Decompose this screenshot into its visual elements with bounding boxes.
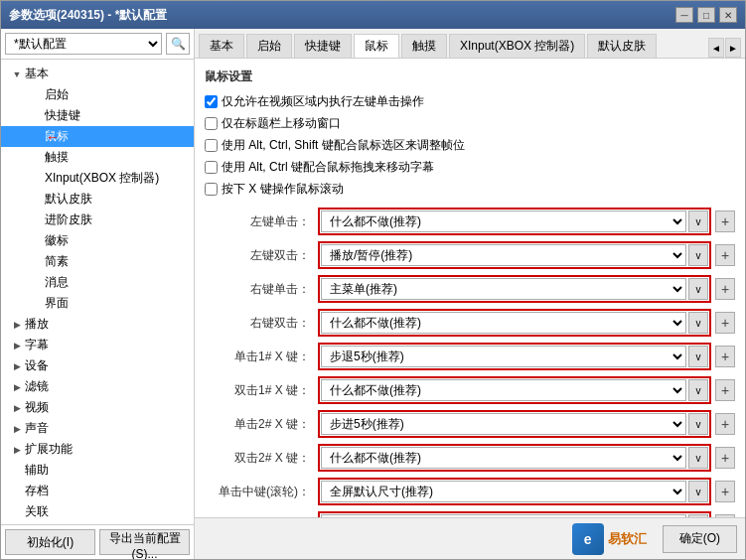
setting-v-btn-single-2x[interactable]: v (688, 413, 708, 435)
sidebar-item-link[interactable]: 关联 (1, 501, 194, 522)
checkbox-row-5: 按下 X 键操作鼠标滚动 (205, 181, 735, 198)
setting-select-wrap-dbl-not-x: 什么都不做(推荐) v (318, 376, 711, 404)
setting-v-btn-left-click[interactable]: v (688, 210, 708, 232)
sidebar-item-assist[interactable]: 辅助 (1, 460, 194, 481)
setting-select-dbl-2x[interactable]: 什么都不做(推荐) (321, 447, 686, 469)
checkbox-move-subtitle[interactable] (205, 161, 218, 174)
settings-table: 左键单击： 什么都不做(推荐) v + 左键双击： (205, 208, 735, 517)
sidebar-item-label: 设备 (25, 357, 49, 374)
sidebar-item-filter[interactable]: ▶ 滤镜 (1, 376, 194, 397)
sidebar-item-mouse[interactable]: 鼠标 ← (1, 126, 194, 147)
sidebar-item-label: 界面 (45, 295, 69, 312)
tab-next-button[interactable]: ► (725, 38, 741, 58)
sidebar-item-doc[interactable]: 存档 (1, 481, 194, 501)
checkbox-row-2: 仅在标题栏上移动窗口 (205, 115, 735, 132)
setting-v-btn-dbl-2x[interactable]: v (688, 447, 708, 469)
checkbox-x-scroll[interactable] (205, 183, 218, 196)
setting-row-single-not-x: 单击1# X 键： 步退5秒(推荐) v + (205, 343, 735, 370)
sidebar-item-label: 滤镜 (25, 378, 49, 395)
setting-select-dbl-not-x[interactable]: 什么都不做(推荐) (321, 379, 686, 401)
setting-v-btn-right-click[interactable]: v (688, 278, 708, 300)
section-title: 鼠标设置 (205, 69, 735, 85)
tab-shortcut[interactable]: 快捷键 (294, 34, 352, 58)
sidebar-item-simple[interactable]: 简素 (1, 251, 194, 272)
setting-row-single-wheel: 单击中键(滚轮)： 全屏默认尺寸(推荐) v + (205, 478, 735, 505)
checkbox-adjust-frame[interactable] (205, 139, 218, 152)
setting-select-right-click[interactable]: 主菜单(推荐) (321, 278, 686, 300)
setting-plus-btn-left-dbl[interactable]: + (715, 244, 735, 266)
setting-row-left-click: 左键单击： 什么都不做(推荐) v + (205, 208, 735, 235)
setting-plus-btn-dbl-2x[interactable]: + (715, 447, 735, 469)
checkbox-row-4: 使用 Alt, Ctrl 键配合鼠标拖拽来移动字幕 (205, 159, 735, 176)
maximize-button[interactable]: □ (697, 7, 715, 23)
setting-plus-btn-single-wheel[interactable]: + (715, 481, 735, 502)
sidebar-item-label: 徽标 (45, 232, 69, 249)
expand-icon: ▶ (9, 400, 25, 416)
setting-select-wrap-left-dbl: 播放/暂停(推荐) v (318, 241, 711, 269)
sidebar-item-audio[interactable]: ▶ 声音 (1, 418, 194, 439)
tab-basic[interactable]: 基本 (199, 34, 244, 58)
setting-plus-btn-single-2x[interactable]: + (715, 413, 735, 435)
setting-v-btn-single-not-x[interactable]: v (688, 346, 708, 367)
sidebar-item-device[interactable]: ▶ 设备 (1, 355, 194, 376)
sidebar-item-shortcut[interactable]: 快捷键 (1, 105, 194, 126)
expand-icon: ▶ (9, 379, 25, 395)
confirm-button[interactable]: 确定(O) (663, 525, 737, 553)
init-button[interactable]: 初始化(I) (5, 529, 95, 555)
setting-v-btn-left-dbl[interactable]: v (688, 244, 708, 266)
setting-label-right-click: 右键单击： (205, 281, 314, 298)
setting-label-single-not-x: 单击1# X 键： (205, 349, 314, 365)
setting-plus-btn-single-not-x[interactable]: + (715, 346, 735, 367)
tab-start[interactable]: 启始 (246, 34, 292, 58)
setting-label-dbl-not-x: 双击1# X 键： (205, 382, 314, 399)
setting-select-wrap-single-2x: 步进5秒(推荐) v (318, 410, 711, 438)
setting-select-left-click[interactable]: 什么都不做(推荐) (321, 210, 686, 232)
setting-select-left-dbl[interactable]: 播放/暂停(推荐) (321, 244, 686, 266)
tab-bar: 基本 启始 快捷键 鼠标 触摸 XInput(XBOX 控制器) 默认皮肤 ◄ … (195, 29, 745, 59)
setting-plus-btn-dbl-not-x[interactable]: + (715, 379, 735, 401)
sidebar-item-label: 扩展功能 (25, 441, 73, 458)
tab-skin[interactable]: 默认皮肤 (587, 34, 657, 58)
sidebar-item-video[interactable]: ▶ 视频 (1, 397, 194, 418)
sidebar-item-message[interactable]: 消息 (1, 272, 194, 293)
sidebar-item-xinput[interactable]: XInput(XBOX 控制器) (1, 168, 194, 189)
setting-select-single-not-x[interactable]: 步退5秒(推荐) (321, 346, 686, 367)
setting-plus-btn-right-click[interactable]: + (715, 278, 735, 300)
setting-v-btn-dbl-not-x[interactable]: v (688, 379, 708, 401)
checkbox-video-area[interactable] (205, 95, 218, 108)
minimize-button[interactable]: ─ (675, 7, 693, 23)
tab-mouse[interactable]: 鼠标 (354, 34, 399, 59)
setting-plus-btn-right-dbl[interactable]: + (715, 312, 735, 334)
sidebar-item-start[interactable]: 启始 (1, 84, 194, 105)
bottom-bar: e 易软汇 确定(O) (195, 517, 745, 559)
sidebar-item-advance-skin[interactable]: 进阶皮肤 (1, 210, 194, 230)
sidebar-item-basic[interactable]: ▼ 基本 (1, 64, 194, 84)
sidebar-item-default-skin[interactable]: 默认皮肤 (1, 189, 194, 210)
setting-select-right-dbl[interactable]: 什么都不做(推荐) (321, 312, 686, 334)
sidebar: *默认配置 🔍 ▼ 基本 启始 快捷键 (1, 29, 195, 559)
setting-v-btn-right-dbl[interactable]: v (688, 312, 708, 334)
search-button[interactable]: 🔍 (166, 33, 190, 55)
expand-icon: ▶ (9, 338, 25, 353)
logo-area: e 易软汇 (572, 523, 647, 555)
sidebar-item-touch[interactable]: 触摸 (1, 147, 194, 168)
setting-select-single-2x[interactable]: 步进5秒(推荐) (321, 413, 686, 435)
sidebar-item-logo[interactable]: 徽标 (1, 230, 194, 251)
sidebar-item-interface[interactable]: 界面 (1, 293, 194, 314)
tab-touch[interactable]: 触摸 (401, 34, 447, 58)
export-button[interactable]: 导出当前配置(S)... (99, 529, 190, 555)
setting-v-btn-single-wheel[interactable]: v (688, 481, 708, 502)
setting-plus-btn-left-click[interactable]: + (715, 210, 735, 232)
setting-row-single-2x: 单击2# X 键： 步进5秒(推荐) v + (205, 410, 735, 438)
sidebar-item-extend[interactable]: ▶ 扩展功能 (1, 439, 194, 460)
setting-select-single-wheel[interactable]: 全屏默认尺寸(推荐) (321, 481, 686, 502)
sidebar-item-subtitle[interactable]: ▶ 字幕 (1, 335, 194, 355)
sidebar-item-label: 简素 (45, 253, 69, 270)
checkbox-title-bar[interactable] (205, 117, 218, 130)
tab-prev-button[interactable]: ◄ (708, 38, 724, 58)
tab-xinput[interactable]: XInput(XBOX 控制器) (449, 34, 585, 58)
close-button[interactable]: ✕ (719, 7, 737, 23)
setting-label-single-wheel: 单击中键(滚轮)： (205, 484, 314, 500)
sidebar-item-playback[interactable]: ▶ 播放 (1, 314, 194, 335)
config-dropdown[interactable]: *默认配置 (5, 33, 162, 55)
